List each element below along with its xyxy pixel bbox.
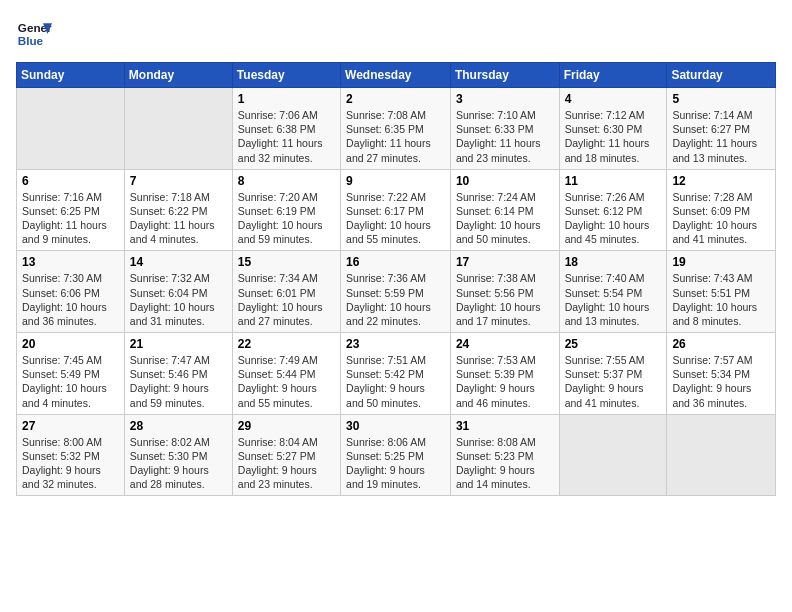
week-row-5: 27Sunrise: 8:00 AM Sunset: 5:32 PM Dayli… [17,414,776,496]
calendar-cell: 4Sunrise: 7:12 AM Sunset: 6:30 PM Daylig… [559,88,667,170]
calendar-cell: 25Sunrise: 7:55 AM Sunset: 5:37 PM Dayli… [559,333,667,415]
calendar-cell [17,88,125,170]
day-info: Sunrise: 7:36 AM Sunset: 5:59 PM Dayligh… [346,271,445,328]
day-info: Sunrise: 7:08 AM Sunset: 6:35 PM Dayligh… [346,108,445,165]
calendar-cell: 24Sunrise: 7:53 AM Sunset: 5:39 PM Dayli… [450,333,559,415]
calendar-cell: 26Sunrise: 7:57 AM Sunset: 5:34 PM Dayli… [667,333,776,415]
calendar-cell: 21Sunrise: 7:47 AM Sunset: 5:46 PM Dayli… [124,333,232,415]
calendar-cell: 22Sunrise: 7:49 AM Sunset: 5:44 PM Dayli… [232,333,340,415]
day-info: Sunrise: 7:43 AM Sunset: 5:51 PM Dayligh… [672,271,770,328]
calendar-cell: 27Sunrise: 8:00 AM Sunset: 5:32 PM Dayli… [17,414,125,496]
day-number: 3 [456,92,554,106]
day-number: 31 [456,419,554,433]
day-info: Sunrise: 7:51 AM Sunset: 5:42 PM Dayligh… [346,353,445,410]
weekday-header-saturday: Saturday [667,63,776,88]
day-info: Sunrise: 8:00 AM Sunset: 5:32 PM Dayligh… [22,435,119,492]
calendar-cell: 29Sunrise: 8:04 AM Sunset: 5:27 PM Dayli… [232,414,340,496]
day-number: 14 [130,255,227,269]
day-info: Sunrise: 7:10 AM Sunset: 6:33 PM Dayligh… [456,108,554,165]
day-info: Sunrise: 7:49 AM Sunset: 5:44 PM Dayligh… [238,353,335,410]
calendar-cell [667,414,776,496]
day-info: Sunrise: 7:28 AM Sunset: 6:09 PM Dayligh… [672,190,770,247]
week-row-4: 20Sunrise: 7:45 AM Sunset: 5:49 PM Dayli… [17,333,776,415]
day-info: Sunrise: 7:06 AM Sunset: 6:38 PM Dayligh… [238,108,335,165]
svg-text:Blue: Blue [18,34,44,47]
day-info: Sunrise: 8:02 AM Sunset: 5:30 PM Dayligh… [130,435,227,492]
calendar-cell: 30Sunrise: 8:06 AM Sunset: 5:25 PM Dayli… [341,414,451,496]
day-info: Sunrise: 7:55 AM Sunset: 5:37 PM Dayligh… [565,353,662,410]
calendar-cell: 7Sunrise: 7:18 AM Sunset: 6:22 PM Daylig… [124,169,232,251]
day-info: Sunrise: 7:57 AM Sunset: 5:34 PM Dayligh… [672,353,770,410]
calendar-cell: 17Sunrise: 7:38 AM Sunset: 5:56 PM Dayli… [450,251,559,333]
day-number: 15 [238,255,335,269]
logo: General Blue [16,16,52,52]
day-number: 11 [565,174,662,188]
calendar-table: SundayMondayTuesdayWednesdayThursdayFrid… [16,62,776,496]
calendar-cell: 6Sunrise: 7:16 AM Sunset: 6:25 PM Daylig… [17,169,125,251]
day-info: Sunrise: 7:26 AM Sunset: 6:12 PM Dayligh… [565,190,662,247]
day-number: 8 [238,174,335,188]
day-number: 7 [130,174,227,188]
day-number: 5 [672,92,770,106]
day-number: 22 [238,337,335,351]
calendar-cell: 15Sunrise: 7:34 AM Sunset: 6:01 PM Dayli… [232,251,340,333]
day-number: 10 [456,174,554,188]
day-number: 16 [346,255,445,269]
weekday-header-friday: Friday [559,63,667,88]
calendar-cell: 2Sunrise: 7:08 AM Sunset: 6:35 PM Daylig… [341,88,451,170]
day-info: Sunrise: 8:04 AM Sunset: 5:27 PM Dayligh… [238,435,335,492]
calendar-cell: 1Sunrise: 7:06 AM Sunset: 6:38 PM Daylig… [232,88,340,170]
day-number: 18 [565,255,662,269]
day-number: 9 [346,174,445,188]
week-row-2: 6Sunrise: 7:16 AM Sunset: 6:25 PM Daylig… [17,169,776,251]
calendar-cell: 5Sunrise: 7:14 AM Sunset: 6:27 PM Daylig… [667,88,776,170]
calendar-cell: 31Sunrise: 8:08 AM Sunset: 5:23 PM Dayli… [450,414,559,496]
day-info: Sunrise: 7:18 AM Sunset: 6:22 PM Dayligh… [130,190,227,247]
calendar-cell: 18Sunrise: 7:40 AM Sunset: 5:54 PM Dayli… [559,251,667,333]
calendar-cell: 13Sunrise: 7:30 AM Sunset: 6:06 PM Dayli… [17,251,125,333]
calendar-cell: 19Sunrise: 7:43 AM Sunset: 5:51 PM Dayli… [667,251,776,333]
day-info: Sunrise: 7:30 AM Sunset: 6:06 PM Dayligh… [22,271,119,328]
calendar-cell: 23Sunrise: 7:51 AM Sunset: 5:42 PM Dayli… [341,333,451,415]
day-info: Sunrise: 7:20 AM Sunset: 6:19 PM Dayligh… [238,190,335,247]
calendar-cell: 3Sunrise: 7:10 AM Sunset: 6:33 PM Daylig… [450,88,559,170]
calendar-cell: 16Sunrise: 7:36 AM Sunset: 5:59 PM Dayli… [341,251,451,333]
week-row-1: 1Sunrise: 7:06 AM Sunset: 6:38 PM Daylig… [17,88,776,170]
day-info: Sunrise: 7:38 AM Sunset: 5:56 PM Dayligh… [456,271,554,328]
calendar-cell: 8Sunrise: 7:20 AM Sunset: 6:19 PM Daylig… [232,169,340,251]
calendar-cell: 28Sunrise: 8:02 AM Sunset: 5:30 PM Dayli… [124,414,232,496]
day-info: Sunrise: 7:53 AM Sunset: 5:39 PM Dayligh… [456,353,554,410]
day-info: Sunrise: 7:22 AM Sunset: 6:17 PM Dayligh… [346,190,445,247]
day-info: Sunrise: 7:45 AM Sunset: 5:49 PM Dayligh… [22,353,119,410]
day-info: Sunrise: 8:06 AM Sunset: 5:25 PM Dayligh… [346,435,445,492]
day-info: Sunrise: 7:40 AM Sunset: 5:54 PM Dayligh… [565,271,662,328]
day-number: 23 [346,337,445,351]
day-number: 24 [456,337,554,351]
day-info: Sunrise: 8:08 AM Sunset: 5:23 PM Dayligh… [456,435,554,492]
calendar-cell: 10Sunrise: 7:24 AM Sunset: 6:14 PM Dayli… [450,169,559,251]
day-number: 27 [22,419,119,433]
day-info: Sunrise: 7:12 AM Sunset: 6:30 PM Dayligh… [565,108,662,165]
day-number: 19 [672,255,770,269]
day-info: Sunrise: 7:32 AM Sunset: 6:04 PM Dayligh… [130,271,227,328]
day-info: Sunrise: 7:14 AM Sunset: 6:27 PM Dayligh… [672,108,770,165]
calendar-cell [124,88,232,170]
calendar-cell: 11Sunrise: 7:26 AM Sunset: 6:12 PM Dayli… [559,169,667,251]
day-number: 17 [456,255,554,269]
page-header: General Blue [16,16,776,52]
day-number: 25 [565,337,662,351]
weekday-header-tuesday: Tuesday [232,63,340,88]
day-info: Sunrise: 7:34 AM Sunset: 6:01 PM Dayligh… [238,271,335,328]
day-number: 13 [22,255,119,269]
day-number: 30 [346,419,445,433]
day-number: 29 [238,419,335,433]
calendar-cell: 14Sunrise: 7:32 AM Sunset: 6:04 PM Dayli… [124,251,232,333]
weekday-header-thursday: Thursday [450,63,559,88]
weekday-header-wednesday: Wednesday [341,63,451,88]
day-number: 20 [22,337,119,351]
calendar-cell: 12Sunrise: 7:28 AM Sunset: 6:09 PM Dayli… [667,169,776,251]
weekday-header-monday: Monday [124,63,232,88]
day-info: Sunrise: 7:47 AM Sunset: 5:46 PM Dayligh… [130,353,227,410]
logo-icon: General Blue [16,16,52,52]
day-number: 6 [22,174,119,188]
